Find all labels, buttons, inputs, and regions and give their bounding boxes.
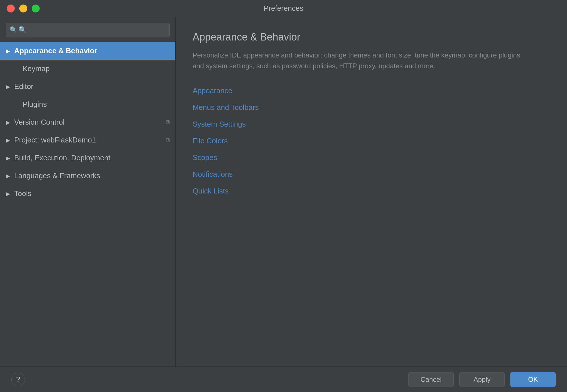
panel-description: Personalize IDE appearance and behavior:… <box>193 50 532 72</box>
panel-links: Appearance Menus and Toolbars System Set… <box>193 85 550 197</box>
sidebar-item-label: Appearance & Behavior <box>14 46 170 55</box>
sidebar-item-label: Keymap <box>23 64 170 73</box>
sidebar-item-label: Version Control <box>14 118 166 127</box>
sidebar-item-tools[interactable]: ▶ Tools <box>0 185 175 203</box>
sidebar-item-editor[interactable]: ▶ Editor <box>0 78 175 95</box>
copy-icon: ⧉ <box>166 119 170 125</box>
bottom-bar: ? Cancel Apply OK <box>0 367 567 392</box>
link-quick-lists[interactable]: Quick Lists <box>193 186 550 197</box>
window-title: Preferences <box>264 4 303 13</box>
chevron-icon: ▶ <box>6 173 11 179</box>
chevron-icon: ▶ <box>6 155 11 161</box>
search-box: 🔍 <box>6 23 170 37</box>
sidebar-item-keymap[interactable]: Keymap <box>0 60 175 78</box>
sidebar-item-appearance-behavior[interactable]: ▶ Appearance & Behavior <box>0 42 175 60</box>
sidebar-item-project[interactable]: ▶ Project: webFlaskDemo1 ⧉ <box>0 131 175 149</box>
sidebar-item-label: Project: webFlaskDemo1 <box>14 136 166 144</box>
chevron-icon <box>14 66 20 72</box>
search-icon: 🔍 <box>10 26 17 34</box>
link-system-settings[interactable]: System Settings <box>193 119 550 130</box>
panel-title: Appearance & Behavior <box>193 31 550 43</box>
chevron-icon: ▶ <box>6 191 11 197</box>
minimize-button[interactable] <box>19 5 27 12</box>
apply-button[interactable]: Apply <box>459 372 505 387</box>
sidebar-item-build[interactable]: ▶ Build, Execution, Deployment <box>0 149 175 167</box>
sidebar-item-label: Languages & Frameworks <box>14 171 170 180</box>
title-bar: Preferences <box>0 0 567 17</box>
sidebar-item-label: Tools <box>14 189 170 198</box>
sidebar-item-label: Build, Execution, Deployment <box>14 154 170 162</box>
sidebar-item-label: Plugins <box>23 100 170 109</box>
chevron-icon: ▶ <box>6 84 11 90</box>
right-panel: Appearance & Behavior Personalize IDE ap… <box>176 17 567 367</box>
chevron-icon: ▶ <box>6 120 11 125</box>
sidebar-item-version-control[interactable]: ▶ Version Control ⧉ <box>0 113 175 131</box>
main-content: 🔍 ▶ Appearance & Behavior Keymap ▶ Edito… <box>0 17 567 367</box>
search-input[interactable] <box>6 23 170 37</box>
sidebar-item-languages[interactable]: ▶ Languages & Frameworks <box>0 167 175 185</box>
window-controls <box>7 5 40 12</box>
ok-button[interactable]: OK <box>510 372 556 387</box>
sidebar-items: ▶ Appearance & Behavior Keymap ▶ Editor … <box>0 42 175 367</box>
link-menus-toolbars[interactable]: Menus and Toolbars <box>193 102 550 113</box>
chevron-icon <box>14 102 20 107</box>
maximize-button[interactable] <box>32 5 40 12</box>
sidebar: 🔍 ▶ Appearance & Behavior Keymap ▶ Edito… <box>0 17 176 367</box>
link-scopes[interactable]: Scopes <box>193 152 550 163</box>
chevron-icon: ▶ <box>6 137 11 143</box>
help-button[interactable]: ? <box>11 373 25 386</box>
close-button[interactable] <box>7 5 15 12</box>
cancel-button[interactable]: Cancel <box>408 372 454 387</box>
copy-icon: ⧉ <box>166 137 170 143</box>
sidebar-item-plugins[interactable]: Plugins <box>0 95 175 113</box>
link-notifications[interactable]: Notifications <box>193 169 550 180</box>
sidebar-item-label: Editor <box>14 82 170 91</box>
link-appearance[interactable]: Appearance <box>193 85 550 96</box>
link-file-colors[interactable]: File Colors <box>193 135 550 146</box>
chevron-icon: ▶ <box>6 48 11 54</box>
